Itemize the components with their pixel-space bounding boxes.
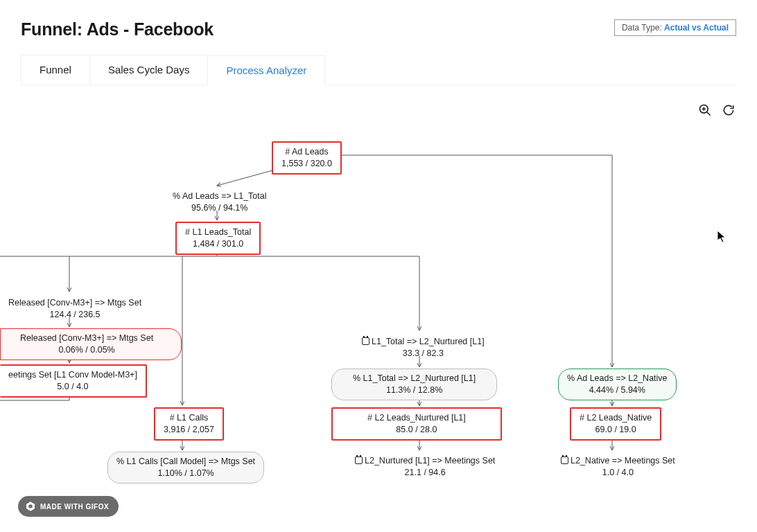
node-label: % L1_Total => L2_Nurtured [L1] [353, 373, 476, 384]
node-label: % L1 Calls [Call Model] => Mtgs Set [116, 456, 255, 468]
node-l2-native-mtgs[interactable]: L2_Native => Meetings Set 1.0 / 4.0 [552, 452, 684, 482]
node-l1-to-l2-nurtured-pct[interactable]: % L1_Total => L2_Nurtured [L1] 11.3% / 1… [331, 369, 497, 400]
node-l1-calls[interactable]: # L1 Calls 3,916 / 2,057 [154, 407, 224, 441]
node-l1-calls-pct[interactable]: % L1 Calls [Call Model] => Mtgs Set 1.10… [107, 452, 264, 484]
reset-icon [722, 103, 736, 117]
node-value: 5.0 / 4.0 [8, 381, 137, 393]
node-released-pct[interactable]: Released [Conv-M3+] => Mtgs Set 0.06% / … [0, 328, 182, 360]
node-label: # L2 Leads_Nurtured [L1] [367, 412, 466, 424]
node-label: Released [Conv-M3+] => Mtgs Set [20, 332, 153, 344]
node-label: eetings Set [L1 Conv Model-M3+] [8, 369, 137, 381]
node-value: 1,484 / 301.0 [185, 238, 251, 250]
gifox-icon [25, 501, 36, 512]
node-label: # L1 Leads_Total [185, 227, 251, 238]
node-value: 33.3 / 82.3 [362, 348, 485, 360]
node-value: 11.3% / 12.8% [353, 384, 476, 396]
node-label: # Ad Leads [281, 146, 332, 158]
node-meetings-set-model[interactable]: eetings Set [L1 Conv Model-M3+] 5.0 / 4.… [0, 364, 147, 398]
node-ad-leads[interactable]: # Ad Leads 1,553 / 320.0 [272, 141, 342, 175]
data-type-label: Data Type: [622, 23, 662, 33]
node-l2-leads-native[interactable]: # L2 Leads_Native 69.0 / 19.0 [570, 407, 661, 441]
node-l1-leads-total[interactable]: # L1 Leads_Total 1,484 / 301.0 [175, 222, 261, 255]
node-label: L1_Total => L2_Nurtured [L1] [362, 336, 485, 348]
node-value: 4.44% / 5.94% [567, 384, 668, 396]
data-type-badge: Data Type: Actual vs Actual [614, 19, 736, 36]
node-value: 1.0 / 4.0 [561, 467, 675, 479]
node-pct-ad-l1[interactable]: % Ad Leads => L1_Total 95.6% / 94.1% [164, 187, 275, 218]
svg-line-1 [707, 112, 711, 116]
reset-button[interactable] [721, 103, 736, 118]
tab-funnel[interactable]: Funnel [21, 55, 89, 85]
process-tree-canvas[interactable]: # Ad Leads 1,553 / 320.0 % Ad Leads => L… [0, 125, 757, 513]
tab-sales-cycle-days[interactable]: Sales Cycle Days [89, 55, 208, 85]
node-label: L2_Nurtured [L1] => Meetings Set [355, 455, 495, 467]
node-value: 1.10% / 1.07% [116, 468, 255, 479]
node-label: # L2 Leads_Native [580, 412, 652, 424]
cursor-icon [717, 230, 728, 247]
node-label: # L1 Calls [164, 412, 214, 424]
node-l2-nurtured-mtgs[interactable]: L2_Nurtured [L1] => Meetings Set 21.1 / … [347, 452, 503, 482]
zoom-in-button[interactable] [697, 103, 713, 118]
gifox-badge: MADE WITH GIFOX [18, 496, 119, 517]
zoom-in-icon [698, 103, 712, 117]
node-l2-leads-nurtured[interactable]: # L2 Leads_Nurtured [L1] 85.0 / 28.0 [331, 407, 502, 441]
node-ad-to-l2-native-pct[interactable]: % Ad Leads => L2_Native 4.44% / 5.94% [558, 369, 677, 400]
node-l1-to-l2-nurtured-days[interactable]: L1_Total => L2_Nurtured [L1] 33.3 / 82.3 [354, 332, 493, 363]
node-value: 21.1 / 94.6 [355, 467, 495, 479]
node-label: % Ad Leads => L2_Native [567, 373, 668, 384]
node-value: 95.6% / 94.1% [173, 202, 267, 214]
tabs: Funnel Sales Cycle Days Process Analyzer [21, 55, 736, 85]
node-value: 0.06% / 0.05% [20, 344, 153, 356]
node-value: 85.0 / 28.0 [367, 424, 466, 436]
calendar-icon [362, 337, 369, 345]
node-label: L2_Native => Meetings Set [561, 455, 675, 467]
calendar-icon [355, 456, 363, 464]
calendar-icon [561, 456, 568, 464]
node-label: Released [Conv-M3+] => Mtgs Set [8, 297, 141, 309]
node-value: 69.0 / 19.0 [580, 424, 652, 436]
tab-process-analyzer[interactable]: Process Analyzer [207, 55, 325, 85]
node-label: % Ad Leads => L1_Total [173, 190, 267, 202]
gifox-label: MADE WITH GIFOX [40, 503, 109, 511]
page-title: Funnel: Ads - Facebook [21, 19, 214, 39]
node-value: 3,916 / 2,057 [164, 424, 214, 436]
node-value: 124.4 / 236.5 [8, 309, 141, 321]
node-value: 1,553 / 320.0 [281, 158, 332, 170]
node-released-count[interactable]: Released [Conv-M3+] => Mtgs Set 124.4 / … [0, 294, 150, 324]
data-type-value: Actual vs Actual [664, 23, 729, 33]
